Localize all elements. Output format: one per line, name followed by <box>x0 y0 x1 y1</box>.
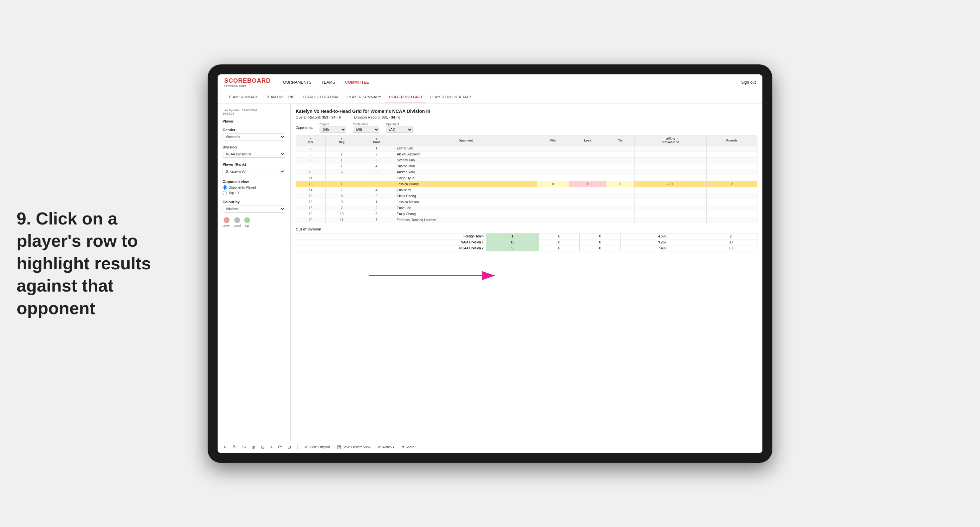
annotation-text: 9. Click on a player's row to highlight … <box>17 208 156 320</box>
cell-div: 14 <box>296 187 326 193</box>
table-row[interactable]: 1691Jessica Mason <box>296 199 757 205</box>
nav-tournaments[interactable]: TOURNAMENTS <box>281 78 311 86</box>
cell-diff <box>635 157 706 163</box>
table-row[interactable]: 1474Eunice Yi <box>296 187 757 193</box>
table-row[interactable]: 131Jessica Huang010-3.002 <box>296 181 757 187</box>
undo-button[interactable]: ↩ <box>223 443 229 451</box>
cell-div: 6 <box>296 157 326 163</box>
cell-rounds <box>706 199 757 205</box>
grid-title: Katelyn Vo Head-to-Head Grid for Women's… <box>296 109 757 114</box>
table-row[interactable]: 613Sydney Kuo <box>296 157 757 163</box>
cell-win <box>537 169 569 175</box>
refresh-button[interactable]: ⟳ <box>277 443 283 451</box>
cell-tie <box>606 187 635 193</box>
cell-opponent: Eunice Yi <box>395 187 537 193</box>
player-label: Player <box>223 119 285 123</box>
ood-name-cell: NAIA Division 1 <box>296 239 486 245</box>
opponents-played-radio[interactable]: Opponents Played <box>223 185 285 190</box>
conference-filter-select[interactable]: (All) <box>353 127 379 133</box>
table-row[interactable]: 1063Andrea York <box>296 169 757 175</box>
cell-div: 20 <box>296 217 326 223</box>
view-original-label: View: Original <box>309 445 330 449</box>
cell-diff <box>635 169 706 175</box>
redo-back-button[interactable]: ↪ <box>241 443 247 451</box>
cell-win <box>537 211 569 217</box>
table-row[interactable]: 1822Euna Lee <box>296 205 757 211</box>
ood-value-cell: 0 <box>580 233 620 239</box>
subnav-team-summary[interactable]: TEAM SUMMARY <box>224 91 262 103</box>
table-row[interactable]: 31Esther Lee <box>296 145 757 151</box>
table-row[interactable]: 19106Emily Chang <box>296 211 757 217</box>
cell-loss: 1 <box>569 181 606 187</box>
subnav-player-h2h-heatmap[interactable]: PLAYER H2H HEATMAP <box>426 91 475 103</box>
cell-diff <box>635 151 706 157</box>
table-row[interactable]: 914Sharon Mun <box>296 163 757 169</box>
region-filter-select[interactable]: (All) <box>320 127 346 133</box>
colour-by-section: Colour by Win/loss <box>223 200 285 213</box>
ood-value-cell: 5 <box>486 245 539 251</box>
redo-forward-button[interactable]: ↻ <box>232 443 238 451</box>
opponents-played-input[interactable] <box>223 185 227 190</box>
share-label: Share <box>406 445 415 449</box>
share-button[interactable]: ⬆ Share <box>399 444 417 450</box>
cell-rounds <box>706 205 757 211</box>
table-row[interactable]: 11Haejo Hyun <box>296 175 757 181</box>
cell-div: 19 <box>296 211 326 217</box>
ood-row[interactable]: NCAA Division 25007.40010 <box>296 245 757 251</box>
zoom-out-button[interactable]: ⊖ <box>260 443 266 451</box>
save-custom-label: Save Custom View <box>342 445 371 449</box>
nav-teams[interactable]: TEAMS <box>321 78 335 86</box>
subnav-player-h2h-grid[interactable]: PLAYER H2H GRID <box>385 91 426 103</box>
last-updated: Last Updated: 27/03/2024 16:55:28 <box>223 109 285 115</box>
ood-row[interactable]: NAIA Division 115009.26730 <box>296 239 757 245</box>
cell-tie <box>606 157 635 163</box>
cell-win: 0 <box>537 181 569 187</box>
cell-rounds <box>706 145 757 151</box>
opponent-filter-label: Opponent <box>386 122 413 126</box>
tablet-device: SCOREBOARD Powered by clippd TOURNAMENTS… <box>208 64 772 463</box>
view-original-button[interactable]: 👁 View: Original <box>303 444 332 450</box>
top100-input[interactable] <box>223 191 227 195</box>
top100-radio[interactable]: Top 100 <box>223 191 285 195</box>
opponent-view-section: Opponent view Opponents Played Top 100 <box>223 179 285 195</box>
gender-select[interactable]: Women's <box>223 133 285 140</box>
table-row[interactable]: 522Alexis Sudjianto <box>296 151 757 157</box>
add-button[interactable]: + <box>269 443 274 451</box>
subnav-team-h2h-grid[interactable]: TEAM H2H GRID <box>262 91 299 103</box>
nav-committee[interactable]: COMMITTEE <box>345 78 369 86</box>
ood-value-cell: 9.267 <box>620 239 704 245</box>
sign-out-link[interactable]: Sign out <box>741 80 756 85</box>
table-row[interactable]: 20117Federica Domecq Lacroze <box>296 217 757 223</box>
save-custom-button[interactable]: 💾 Save Custom View <box>335 444 372 450</box>
cell-diff: -3.00 <box>635 181 706 187</box>
cell-opponent: Haejo Hyun <box>395 175 537 181</box>
eye-icon: 👁 <box>305 445 308 449</box>
zoom-in-button[interactable]: ⊕ <box>250 443 256 451</box>
cell-conf: 3 <box>358 157 395 163</box>
player-rank-select[interactable]: 8. Katelyn Vo <box>223 168 285 175</box>
cell-rounds <box>706 169 757 175</box>
cell-reg: 1 <box>325 163 358 169</box>
ood-value-cell: 4.500 <box>620 233 704 239</box>
watch-button[interactable]: 👁 Watch ▾ <box>376 444 396 450</box>
table-row[interactable]: 1585Stella Cheng <box>296 193 757 199</box>
cell-diff <box>635 163 706 169</box>
cell-opponent: Andrea York <box>395 169 537 175</box>
ood-row[interactable]: Foreign Team1004.5002 <box>296 233 757 239</box>
cell-diff <box>635 187 706 193</box>
view-button[interactable]: ⊙ <box>286 443 292 451</box>
cell-win <box>537 157 569 163</box>
division-select[interactable]: NCAA Division III <box>223 151 285 158</box>
cell-loss <box>569 211 606 217</box>
colour-by-select[interactable]: Win/loss <box>223 206 285 213</box>
colour-by-label: Colour by <box>223 200 285 204</box>
subnav-team-h2h-heatmap[interactable]: TEAM H2H HEATMAP <box>299 91 344 103</box>
cell-conf: 7 <box>358 217 395 223</box>
cell-win <box>537 187 569 193</box>
cell-opponent: Sydney Kuo <box>395 157 537 163</box>
opponent-filter-select[interactable]: (All) <box>386 127 413 133</box>
cell-div: 15 <box>296 193 326 199</box>
cell-reg <box>325 175 358 181</box>
subnav-player-summary[interactable]: PLAYER SUMMARY <box>344 91 385 103</box>
cell-opponent: Emily Chang <box>395 211 537 217</box>
